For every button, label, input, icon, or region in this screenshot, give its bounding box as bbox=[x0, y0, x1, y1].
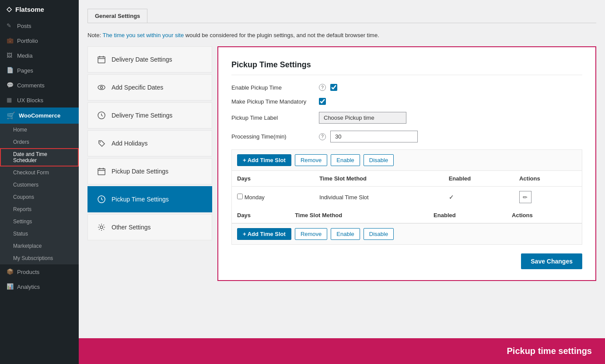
enable-pickup-time-row: Enable Pickup Time ? bbox=[231, 84, 582, 91]
nav-add-specific-dates[interactable]: Add Specific Dates bbox=[87, 74, 212, 101]
enable-bottom-button[interactable]: Enable bbox=[331, 228, 360, 240]
svg-point-5 bbox=[101, 87, 103, 89]
sidebar-item-products[interactable]: 📦 Products bbox=[0, 264, 79, 279]
calendar2-icon bbox=[97, 166, 106, 176]
sidebar-item-label: Posts bbox=[17, 23, 31, 29]
briefcase-icon: 💼 bbox=[7, 37, 14, 44]
sidebar-item-reports[interactable]: Reports bbox=[0, 203, 79, 215]
bottom-banner: Pickup time settings bbox=[79, 338, 605, 364]
right-panel: Pickup Time Settings Enable Pickup Time … bbox=[217, 46, 596, 281]
th-days: Days bbox=[232, 171, 314, 187]
processing-time-control: ? bbox=[319, 131, 418, 142]
sidebar-item-portfolio[interactable]: 💼 Portfolio bbox=[0, 33, 79, 48]
row-enabled-cell: ✓ bbox=[444, 187, 514, 208]
svg-point-17 bbox=[100, 226, 103, 229]
tab-general-settings[interactable]: General Settings bbox=[87, 9, 147, 23]
bar-chart-icon: 📊 bbox=[7, 283, 14, 290]
main-content: General Settings Note: The time you set … bbox=[79, 0, 605, 364]
nav-item-label: Delivery Time Settings bbox=[112, 112, 172, 119]
enable-pickup-time-checkbox[interactable] bbox=[330, 84, 337, 91]
pin-icon: ✎ bbox=[7, 22, 14, 29]
nav-item-label: Other Settings bbox=[112, 224, 151, 231]
sidebar-item-posts[interactable]: ✎ Posts bbox=[0, 18, 79, 33]
th-method: Time Slot Method bbox=[314, 171, 444, 187]
sidebar-item-settings[interactable]: Settings bbox=[0, 215, 79, 228]
save-changes-button[interactable]: Save Changes bbox=[521, 253, 582, 269]
time-slot-table-top: Days Time Slot Method Enabled Actions Mo… bbox=[232, 171, 582, 208]
sidebar-item-label: Products bbox=[17, 269, 39, 275]
nav-item-label: Add Specific Dates bbox=[112, 84, 163, 91]
nav-item-label: Pickup Time Settings bbox=[112, 196, 169, 203]
tab-bar: General Settings bbox=[87, 9, 596, 23]
make-mandatory-label: Make Pickup Time Mandatory bbox=[231, 98, 319, 105]
note-link[interactable]: The time you set within your site bbox=[102, 32, 184, 38]
processing-time-input[interactable] bbox=[330, 131, 418, 142]
bottom-banner-label: Pickup time settings bbox=[507, 346, 592, 356]
sidebar-logo[interactable]: ◇ Flatsome bbox=[0, 0, 79, 18]
sidebar-item-comments[interactable]: 💬 Comments bbox=[0, 78, 79, 93]
clock2-icon bbox=[97, 194, 106, 204]
processing-time-row: Processing Time(min) ? bbox=[231, 131, 582, 142]
nav-delivery-date-settings[interactable]: Delivery Date Settings bbox=[87, 46, 212, 73]
sidebar-item-coupons[interactable]: Coupons bbox=[0, 191, 79, 203]
flatsome-logo-icon: ◇ bbox=[7, 5, 12, 13]
nav-pickup-date-settings[interactable]: Pickup Date Settings bbox=[87, 158, 212, 184]
time-slot-table-bottom: Days Time Slot Method Enabled Actions bbox=[232, 208, 582, 223]
top-toolbar: + Add Time Slot Remove Enable Disable bbox=[232, 150, 582, 171]
sidebar-item-orders[interactable]: Orders bbox=[0, 136, 79, 148]
panel-divider bbox=[231, 75, 582, 75]
nav-add-holidays[interactable]: Add Holidays bbox=[87, 130, 212, 156]
row-select-checkbox[interactable] bbox=[237, 194, 243, 199]
note-suffix: would be considered for the plugin setti… bbox=[184, 32, 379, 38]
row-actions-cell: ✏ bbox=[514, 187, 582, 208]
sidebar-item-my-subscriptions[interactable]: My Subscriptions bbox=[0, 252, 79, 264]
sidebar-item-customers[interactable]: Customers bbox=[0, 179, 79, 191]
clock-icon bbox=[97, 111, 106, 120]
file-icon: 📄 bbox=[7, 67, 14, 74]
enable-top-button[interactable]: Enable bbox=[331, 154, 360, 166]
sidebar-item-status[interactable]: Status bbox=[0, 228, 79, 240]
row-checkbox-cell: Monday bbox=[232, 187, 314, 208]
add-time-slot-bottom-button[interactable]: + Add Time Slot bbox=[237, 228, 291, 240]
row-edit-button[interactable]: ✏ bbox=[519, 191, 532, 203]
add-time-slot-top-button[interactable]: + Add Time Slot bbox=[237, 154, 291, 166]
nav-other-settings[interactable]: Other Settings bbox=[87, 214, 212, 240]
sidebar-item-home[interactable]: Home bbox=[0, 124, 79, 136]
remove-top-button[interactable]: Remove bbox=[295, 154, 327, 166]
svg-point-4 bbox=[98, 85, 105, 90]
row-enabled-check: ✓ bbox=[449, 194, 454, 201]
enable-pickup-time-control: ? bbox=[319, 84, 337, 91]
sidebar-item-pages[interactable]: 📄 Pages bbox=[0, 63, 79, 78]
nav-item-label: Delivery Date Settings bbox=[112, 56, 172, 63]
make-mandatory-control bbox=[319, 98, 326, 105]
sidebar-item-label: Analytics bbox=[17, 284, 40, 290]
sidebar-item-marketplace[interactable]: Marketplace bbox=[0, 240, 79, 252]
th-actions: Actions bbox=[514, 171, 582, 187]
nav-pickup-time-settings[interactable]: Pickup Time Settings bbox=[87, 186, 212, 212]
eye-icon bbox=[97, 83, 106, 92]
sidebar-item-analytics[interactable]: 📊 Analytics bbox=[0, 279, 79, 294]
row-method: Individual Time Slot bbox=[319, 194, 369, 201]
make-mandatory-checkbox[interactable] bbox=[319, 98, 326, 105]
note-prefix: Note: bbox=[87, 32, 102, 38]
disable-top-button[interactable]: Disable bbox=[364, 154, 394, 166]
svg-point-9 bbox=[100, 142, 101, 142]
nav-delivery-time-settings[interactable]: Delivery Time Settings bbox=[87, 102, 212, 128]
enable-pickup-time-help-icon[interactable]: ? bbox=[319, 84, 326, 91]
remove-bottom-button[interactable]: Remove bbox=[295, 228, 327, 240]
content-area: General Settings Note: The time you set … bbox=[79, 0, 605, 364]
pickup-time-label-row: Pickup Time Label bbox=[231, 112, 582, 124]
save-area: Save Changes bbox=[231, 253, 582, 269]
left-nav: Delivery Date Settings Add Specific Date… bbox=[87, 46, 212, 281]
processing-time-help-icon[interactable]: ? bbox=[319, 133, 326, 140]
disable-bottom-button[interactable]: Disable bbox=[364, 228, 394, 240]
pickup-time-label-input[interactable] bbox=[319, 112, 406, 124]
woocommerce-header[interactable]: 🛒 WooCommerce bbox=[0, 107, 79, 124]
sidebar-item-checkout-form[interactable]: Checkout Form bbox=[0, 166, 79, 179]
sidebar-item-ux-blocks[interactable]: ▦ UX Blocks bbox=[0, 93, 79, 107]
sidebar-logo-label: Flatsome bbox=[15, 6, 44, 13]
sidebar-item-media[interactable]: 🖼 Media bbox=[0, 48, 79, 63]
sidebar-item-label: UX Blocks bbox=[17, 97, 43, 104]
sidebar-item-date-time-scheduler[interactable]: Date and Time Scheduler bbox=[0, 148, 79, 166]
sidebar-item-label: Comments bbox=[17, 82, 45, 89]
